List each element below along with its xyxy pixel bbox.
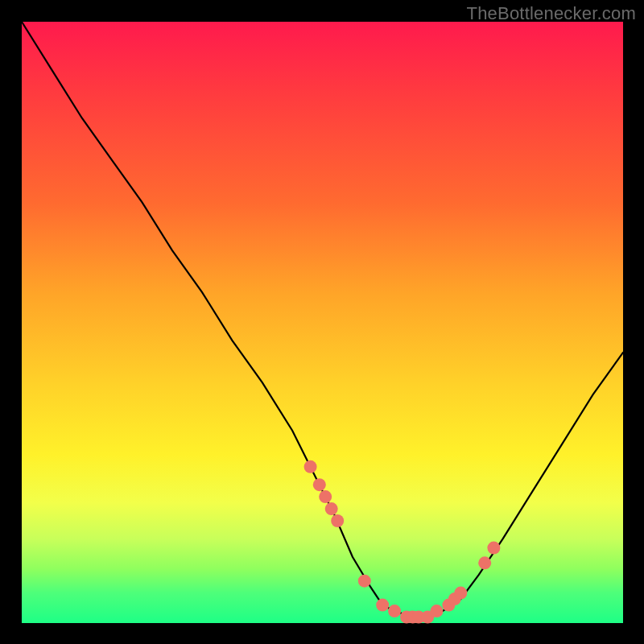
sample-marker (430, 605, 443, 617)
sample-marker (358, 575, 371, 588)
sample-marker (331, 514, 344, 527)
chart-frame: TheBottlenecker.com (0, 0, 644, 644)
watermark-text: TheBottlenecker.com (467, 3, 636, 24)
curve-layer (22, 22, 623, 623)
sample-marker (388, 605, 401, 617)
sample-marker (376, 599, 389, 612)
sample-marker (487, 542, 500, 555)
sample-marker (325, 502, 338, 515)
gradient-plot-area (22, 22, 623, 623)
sample-marker (313, 478, 326, 491)
bottleneck-curve (22, 22, 623, 617)
sample-marker (319, 490, 332, 503)
sample-marker (454, 587, 467, 600)
sample-markers (304, 460, 501, 624)
sample-marker (304, 460, 317, 473)
sample-marker (478, 556, 491, 569)
